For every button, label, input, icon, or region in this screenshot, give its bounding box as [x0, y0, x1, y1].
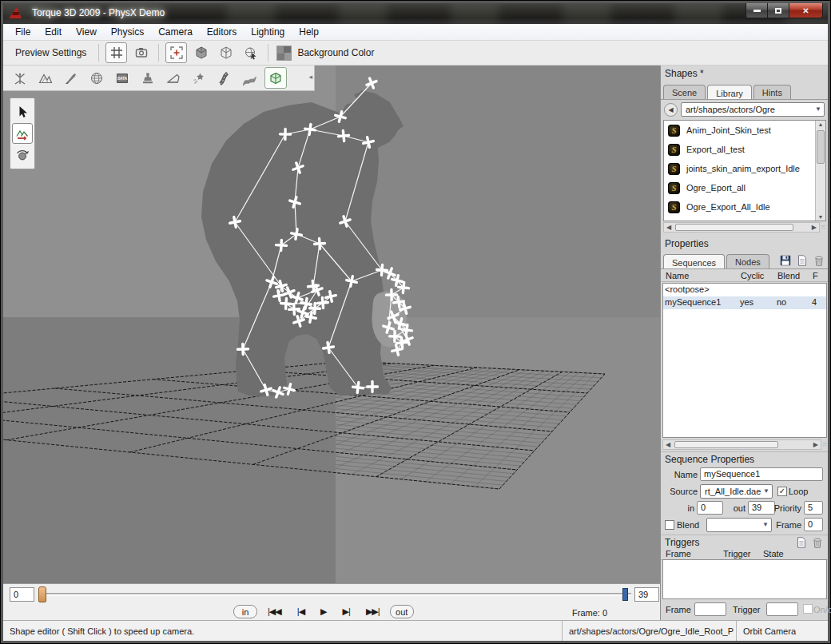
close-button[interactable]: ✕	[789, 3, 823, 18]
menu-file[interactable]: File	[8, 25, 38, 39]
list-item[interactable]: SOgre_Eport_all	[664, 178, 825, 197]
menu-physics[interactable]: Physics	[104, 25, 151, 39]
list-item[interactable]: SOgre_Export_All_Idle	[664, 197, 825, 217]
minimize-button[interactable]	[746, 3, 768, 18]
column-header[interactable]: Frame	[666, 549, 691, 559]
trash-icon[interactable]	[811, 536, 825, 549]
library-vscrollbar[interactable]: ▲ ▼	[815, 121, 825, 221]
collapse-toolbar-icon[interactable]: ◂	[308, 73, 312, 81]
column-header[interactable]: Cyclic	[741, 271, 764, 280]
blend-dropdown[interactable]: ▼	[706, 518, 772, 532]
grid-button[interactable]	[105, 42, 127, 63]
priority-input[interactable]: 5	[804, 501, 823, 515]
timeline-end-marker[interactable]	[622, 588, 628, 601]
in-input[interactable]: 0	[697, 501, 723, 515]
table-row[interactable]: <rootpose>	[663, 284, 826, 296]
paint-brush-icon[interactable]	[60, 67, 82, 89]
triggers-list[interactable]	[662, 559, 827, 599]
new-doc-icon[interactable]	[795, 536, 809, 549]
list-item[interactable]: SAnim_Joint_Skin_test	[664, 121, 825, 140]
to-end-button[interactable]: ▶▶|	[363, 606, 383, 617]
onoff-checkbox[interactable]	[803, 604, 813, 614]
vscroll-thumb[interactable]	[817, 130, 825, 164]
timeline-thumb[interactable]	[38, 586, 46, 602]
orbit-tool-tool-button[interactable]	[12, 145, 33, 165]
blend-checkbox[interactable]	[665, 520, 674, 530]
blend-frame-input[interactable]: 0	[804, 518, 823, 531]
road-icon[interactable]	[213, 67, 236, 89]
tab-nodes[interactable]: Nodes	[726, 254, 769, 268]
column-header[interactable]: State	[763, 549, 784, 559]
play-button[interactable]: ▶	[317, 606, 329, 617]
background-color-swatch[interactable]	[276, 46, 292, 61]
library-hscrollbar[interactable]: ◀ ▶	[663, 222, 820, 233]
shape-path-dropdown[interactable]: art/shapes/actors/Ogre▼	[681, 102, 825, 117]
source-dropdown[interactable]: rt_All_Idle.dae▼	[700, 484, 773, 499]
river-icon[interactable]	[239, 67, 261, 89]
list-item[interactable]: Sjoints_skin_anim_export_Idle	[664, 159, 825, 178]
new-doc-icon[interactable]	[796, 254, 809, 267]
world-icon[interactable]	[85, 67, 108, 89]
screenshot-button[interactable]	[130, 42, 152, 63]
tab-sequences[interactable]: Sequences	[663, 254, 725, 269]
menu-camera[interactable]: Camera	[151, 25, 200, 39]
cube-solid-button[interactable]	[190, 42, 212, 63]
to-start-button[interactable]: |◀◀	[264, 606, 284, 617]
column-header[interactable]: F	[813, 271, 818, 280]
set-in-button[interactable]: in	[233, 605, 257, 618]
cursor-tool-button[interactable]	[12, 101, 33, 122]
menu-edit[interactable]: Edit	[38, 25, 69, 39]
menu-lighting[interactable]: Lighting	[244, 25, 292, 39]
column-header[interactable]: Name	[666, 271, 689, 280]
scroll-left-icon[interactable]: ◀	[663, 441, 673, 448]
sequence-name-input[interactable]: mySequence1	[700, 467, 823, 481]
decals-icon[interactable]	[137, 67, 159, 89]
shape-editor-icon[interactable]	[264, 67, 287, 89]
viewport-scene[interactable]	[3, 66, 660, 583]
ramp-icon[interactable]	[162, 67, 185, 89]
sequences-table[interactable]: <rootpose>mySequence1yesno4	[662, 283, 827, 438]
preview-settings-button[interactable]: Preview Settings	[8, 44, 93, 62]
sphere-select-button[interactable]	[240, 42, 261, 63]
terrain-icon[interactable]	[34, 67, 57, 89]
timeline-track[interactable]	[40, 593, 631, 596]
hscroll-thumb[interactable]	[674, 441, 778, 448]
scroll-right-icon[interactable]: ▶	[809, 224, 819, 231]
particles-icon[interactable]	[188, 67, 210, 89]
step-back-button[interactable]: |◀	[294, 606, 308, 617]
terrain-move-tool-button[interactable]	[12, 123, 33, 144]
menu-view[interactable]: View	[69, 25, 104, 39]
list-item[interactable]: SExport_all_test	[664, 140, 825, 159]
resize-grip[interactable]: ⁙	[822, 441, 827, 448]
step-forward-button[interactable]: ▶|	[340, 606, 353, 617]
center-target-button[interactable]	[165, 42, 187, 63]
tab-scene[interactable]: Scene	[663, 85, 706, 99]
trigger-frame-input[interactable]	[694, 602, 726, 616]
viewport[interactable]: DATA◂	[3, 66, 660, 583]
hscroll-thumb[interactable]	[675, 224, 793, 231]
timeline-start-input[interactable]: 0	[10, 587, 34, 602]
title-bar[interactable]: Torque 3D 2009 - PhysX Demo ✕	[3, 3, 828, 24]
trash-icon[interactable]	[813, 254, 826, 267]
loop-checkbox[interactable]: ✓	[777, 487, 787, 496]
list-item[interactable]: S	[664, 217, 825, 221]
resize-grip[interactable]: ⁙	[821, 224, 825, 231]
tab-library[interactable]: Library	[707, 85, 752, 100]
cube-wire-button[interactable]	[215, 42, 237, 63]
trigger-value-input[interactable]	[766, 602, 798, 616]
column-header[interactable]: Blend	[777, 271, 800, 280]
sequences-hscrollbar[interactable]: ◀ ▶	[662, 439, 821, 450]
timeline-end-input[interactable]: 39	[634, 587, 659, 602]
set-out-button[interactable]: out	[390, 605, 414, 618]
column-header[interactable]: Trigger	[723, 549, 750, 559]
axes-gizmo-icon[interactable]	[9, 67, 31, 89]
table-row[interactable]: mySequence1yesno4	[663, 296, 826, 309]
scroll-right-icon[interactable]: ▶	[811, 441, 821, 448]
tab-hints[interactable]: Hints	[753, 85, 791, 99]
scroll-up-icon[interactable]: ▲	[816, 121, 825, 127]
maximize-button[interactable]	[768, 3, 789, 18]
out-input[interactable]: 39	[748, 501, 775, 515]
scroll-left-icon[interactable]: ◀	[664, 224, 674, 231]
datablocks-icon[interactable]: DATA	[111, 67, 133, 89]
shape-library-list[interactable]: SAnim_Joint_Skin_testSExport_all_testSjo…	[663, 120, 826, 221]
